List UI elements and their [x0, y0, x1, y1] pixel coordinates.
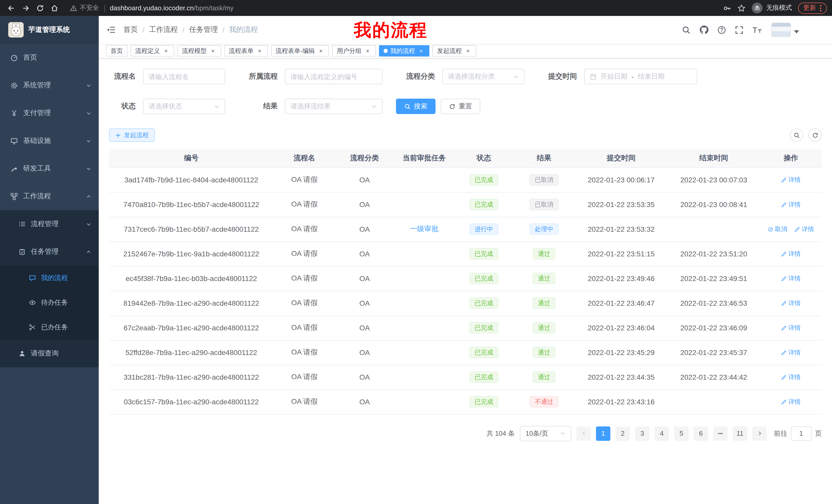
- sidebar-item-task-management[interactable]: 任务管理: [0, 238, 99, 265]
- github-icon[interactable]: [699, 25, 709, 34]
- submit-time-label: 提交时间: [538, 72, 584, 81]
- clipboard-icon: [19, 248, 26, 255]
- process-category-select[interactable]: 请选择流程分类: [442, 69, 524, 84]
- tab-process-model[interactable]: 流程模型: [177, 45, 221, 57]
- breadcrumb-task-management[interactable]: 任务管理: [189, 25, 218, 34]
- edit-icon: [781, 399, 787, 404]
- filter-row-1: 流程名 所属流程 流程分类 请选择流程分类 提交时间: [109, 69, 822, 84]
- detail-link[interactable]: 详情: [795, 225, 814, 233]
- sidebar-item-devtools[interactable]: 研发工具: [0, 155, 99, 183]
- detail-link[interactable]: 详情: [781, 348, 801, 357]
- page-content: 流程名 所属流程 流程分类 请选择流程分类 提交时间: [99, 59, 832, 441]
- page-button[interactable]: 6: [694, 426, 708, 441]
- detail-link[interactable]: 详情: [781, 324, 801, 332]
- close-icon[interactable]: [317, 47, 324, 54]
- hamburger-icon[interactable]: [99, 26, 123, 34]
- chevron-left-icon: [581, 430, 587, 436]
- tab-user-group[interactable]: 用户分组: [332, 45, 376, 57]
- breadcrumb-workflow[interactable]: 工作流程: [149, 25, 178, 34]
- sidebar-item-done-tasks[interactable]: 已办任务: [0, 315, 99, 340]
- tab-process-definition[interactable]: 流程定义: [131, 45, 174, 57]
- security-indicator[interactable]: 不安全: [70, 4, 99, 12]
- chevron-down-icon: [214, 104, 219, 109]
- close-icon[interactable]: [364, 47, 371, 54]
- forward-icon[interactable]: [20, 2, 32, 14]
- tab-process-form[interactable]: 流程表单: [224, 45, 268, 57]
- close-icon[interactable]: [464, 47, 471, 54]
- detail-link[interactable]: 详情: [781, 397, 801, 406]
- detail-link[interactable]: 详情: [781, 200, 801, 209]
- sidebar-item-home[interactable]: 首页: [0, 44, 99, 72]
- reset-button[interactable]: 重置: [441, 99, 480, 114]
- detail-link[interactable]: 详情: [781, 249, 801, 258]
- more-pages-button[interactable]: •••: [713, 426, 728, 441]
- reload-icon[interactable]: [34, 2, 46, 14]
- workflow-icon: [10, 192, 18, 200]
- home-icon[interactable]: [48, 2, 61, 14]
- start-process-button[interactable]: 发起流程: [109, 129, 155, 142]
- app-logo[interactable]: 芋道管理系统: [0, 16, 99, 44]
- chevron-right-icon: [757, 430, 762, 436]
- bookmark-star-icon[interactable]: [737, 4, 746, 12]
- close-icon[interactable]: [256, 47, 263, 54]
- search-icon[interactable]: [682, 25, 691, 34]
- detail-link[interactable]: 详情: [781, 373, 801, 382]
- table-row: 67c2eaab-7b9a-11ec-a290-acde48001122 OA …: [109, 315, 822, 340]
- sidebar-item-infrastructure[interactable]: 基础设施: [0, 127, 99, 155]
- detail-link[interactable]: 详情: [781, 299, 801, 307]
- tab-process-form-edit[interactable]: 流程表单-编辑: [271, 45, 329, 57]
- current-task-link[interactable]: 一级审批: [410, 225, 439, 233]
- sidebar-item-leave-query[interactable]: 请假查询: [0, 340, 99, 367]
- update-button[interactable]: 更新: [798, 2, 827, 13]
- page-button[interactable]: 5: [674, 426, 688, 441]
- result-badge: 已取消: [530, 174, 558, 186]
- key-icon[interactable]: [723, 4, 731, 12]
- close-icon[interactable]: [418, 47, 425, 54]
- url-host: dashboard.yudao.iocoder.cn: [110, 4, 194, 12]
- tab-my-process[interactable]: 我的流程: [379, 45, 430, 57]
- sidebar-item-workflow[interactable]: 工作流程: [0, 183, 99, 210]
- col-status: 状态: [454, 149, 513, 167]
- font-size-icon[interactable]: [752, 26, 762, 34]
- close-icon[interactable]: [162, 47, 170, 54]
- update-label: 更新: [803, 4, 816, 12]
- address-bar[interactable]: dashboard.yudao.iocoder.cn/bpm/task/my: [110, 4, 233, 12]
- cancel-link[interactable]: 取消: [768, 225, 787, 233]
- page-button[interactable]: 3: [635, 426, 649, 441]
- close-icon[interactable]: [209, 47, 216, 54]
- sidebar-item-process-management[interactable]: 流程管理: [0, 210, 99, 238]
- process-name-input[interactable]: [143, 69, 225, 84]
- sidebar-item-my-process[interactable]: 我的流程: [0, 265, 99, 290]
- edit-icon: [795, 226, 800, 232]
- yen-icon: [10, 109, 18, 117]
- detail-link[interactable]: 详情: [781, 175, 801, 184]
- status-select[interactable]: 请选择状态: [143, 99, 225, 114]
- toggle-search-button[interactable]: [790, 129, 803, 142]
- sidebar-item-payment[interactable]: 支付管理: [0, 99, 99, 127]
- col-result: 结果: [513, 149, 575, 167]
- tab-home[interactable]: 首页: [106, 45, 128, 57]
- fullscreen-icon[interactable]: [735, 25, 744, 34]
- page-button[interactable]: 2: [616, 426, 630, 441]
- page-button[interactable]: 11: [733, 426, 747, 441]
- submit-time-range-picker[interactable]: 开始日期 - 结束日期: [584, 69, 697, 84]
- goto-page-input[interactable]: [791, 426, 811, 441]
- next-page-button[interactable]: [752, 426, 767, 441]
- page-button[interactable]: 1: [596, 426, 610, 441]
- help-icon[interactable]: [717, 25, 726, 34]
- tab-start-process[interactable]: 发起流程: [433, 45, 476, 57]
- sidebar-item-system[interactable]: 系统管理: [0, 72, 99, 99]
- detail-link[interactable]: 详情: [781, 274, 801, 283]
- prev-page-button[interactable]: [576, 426, 591, 441]
- breadcrumb-home[interactable]: 首页: [123, 25, 138, 34]
- plus-icon: [115, 132, 121, 138]
- back-icon[interactable]: [5, 2, 18, 14]
- process-def-input[interactable]: [285, 69, 383, 84]
- page-size-select[interactable]: 10条/页: [520, 426, 571, 441]
- sidebar-item-todo-tasks[interactable]: 待办任务: [0, 290, 99, 315]
- search-button[interactable]: 搜索: [396, 99, 436, 114]
- user-menu[interactable]: [771, 23, 799, 37]
- refresh-table-button[interactable]: [808, 129, 822, 142]
- page-button[interactable]: 4: [655, 426, 669, 441]
- result-select[interactable]: 请选择流结果: [285, 99, 383, 114]
